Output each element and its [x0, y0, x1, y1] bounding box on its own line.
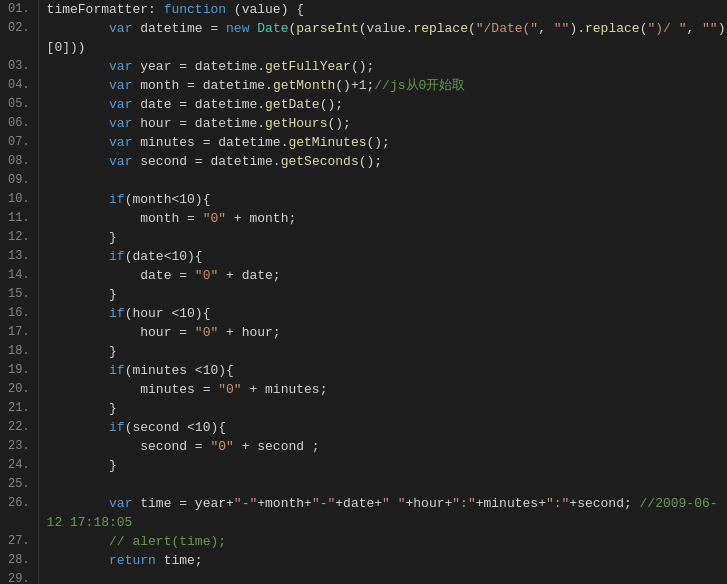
- code-editor: 01.02.03.04.05.06.07.08.09.10.11.12.13.1…: [0, 0, 727, 584]
- line-number: 09.: [8, 171, 30, 190]
- line-number: 20.: [8, 380, 30, 399]
- code-content[interactable]: timeFormatter: function (value) { var da…: [39, 0, 727, 584]
- line-numbers: 01.02.03.04.05.06.07.08.09.10.11.12.13.1…: [0, 0, 39, 584]
- code-line: }: [47, 399, 727, 418]
- code-line: 12 17:18:05: [47, 513, 727, 532]
- line-number: 06.: [8, 114, 30, 133]
- code-line: date = "0" + date;: [47, 266, 727, 285]
- code-line: }: [47, 285, 727, 304]
- line-number: 02.: [8, 19, 30, 38]
- line-number: 28.: [8, 551, 30, 570]
- line-number: 07.: [8, 133, 30, 152]
- line-number: 22.: [8, 418, 30, 437]
- code-line: }: [47, 228, 727, 247]
- line-number: 10.: [8, 190, 30, 209]
- code-line: var second = datetime.getSeconds();: [47, 152, 727, 171]
- code-line: hour = "0" + hour;: [47, 323, 727, 342]
- line-number: 05.: [8, 95, 30, 114]
- line-number: 16.: [8, 304, 30, 323]
- code-line: [47, 171, 727, 190]
- code-line: }: [47, 456, 727, 475]
- line-number: 21.: [8, 399, 30, 418]
- code-line: [47, 570, 727, 584]
- code-line: if(month<10){: [47, 190, 727, 209]
- line-number: [8, 38, 30, 57]
- line-number: 26.: [8, 494, 30, 513]
- code-line: var hour = datetime.getHours();: [47, 114, 727, 133]
- code-line: if(hour <10){: [47, 304, 727, 323]
- code-line: var time = year+"-"+month+"-"+date+" "+h…: [47, 494, 727, 513]
- line-number: 11.: [8, 209, 30, 228]
- line-number: 12.: [8, 228, 30, 247]
- line-number: 23.: [8, 437, 30, 456]
- line-number: 03.: [8, 57, 30, 76]
- code-line: month = "0" + month;: [47, 209, 727, 228]
- code-line: [0])): [47, 38, 727, 57]
- line-number: [8, 513, 30, 532]
- line-number: 18.: [8, 342, 30, 361]
- line-number: 29.: [8, 570, 30, 584]
- line-number: 14.: [8, 266, 30, 285]
- code-line: var datetime = new Date(parseInt(value.r…: [47, 19, 727, 38]
- code-line: timeFormatter: function (value) {: [47, 0, 727, 19]
- code-line: var minutes = datetime.getMinutes();: [47, 133, 727, 152]
- line-number: 08.: [8, 152, 30, 171]
- code-line: var date = datetime.getDate();: [47, 95, 727, 114]
- code-line: var year = datetime.getFullYear();: [47, 57, 727, 76]
- line-number: 04.: [8, 76, 30, 95]
- line-number: 15.: [8, 285, 30, 304]
- line-number: 19.: [8, 361, 30, 380]
- code-line: }: [47, 342, 727, 361]
- code-line: [47, 475, 727, 494]
- code-line: minutes = "0" + minutes;: [47, 380, 727, 399]
- line-number: 24.: [8, 456, 30, 475]
- code-line: if(date<10){: [47, 247, 727, 266]
- line-number: 01.: [8, 0, 30, 19]
- line-number: 13.: [8, 247, 30, 266]
- code-line: // alert(time);: [47, 532, 727, 551]
- line-number: 27.: [8, 532, 30, 551]
- code-line: second = "0" + second ;: [47, 437, 727, 456]
- line-number: 17.: [8, 323, 30, 342]
- code-line: return time;: [47, 551, 727, 570]
- code-line: if(second <10){: [47, 418, 727, 437]
- line-number: 25.: [8, 475, 30, 494]
- code-line: if(minutes <10){: [47, 361, 727, 380]
- code-line: var month = datetime.getMonth()+1;//js从0…: [47, 76, 727, 95]
